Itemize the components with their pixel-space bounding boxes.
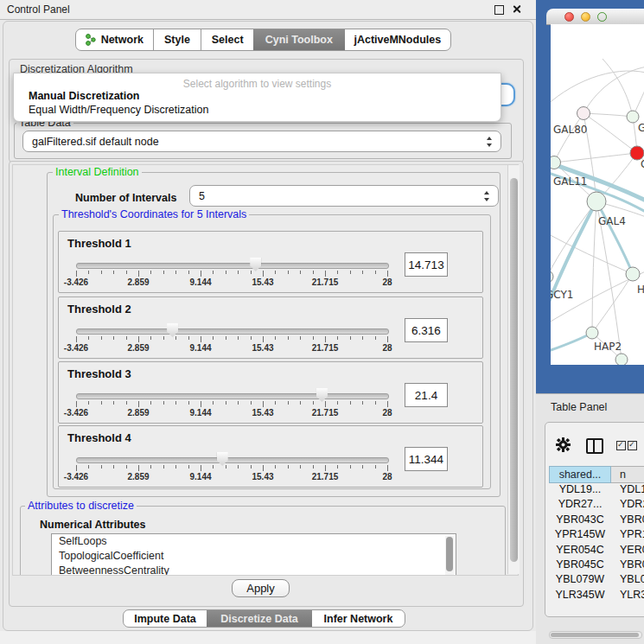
checkbox-icon[interactable]	[628, 441, 637, 450]
tick-label: 9.144	[189, 472, 211, 481]
float-icon[interactable]	[494, 5, 504, 15]
cell-shared-name[interactable]: YPR145W	[549, 528, 611, 543]
cell-shared-name[interactable]: YDL19...	[549, 483, 611, 498]
tick-mark	[188, 271, 189, 274]
cell-shared-name[interactable]: YBL079W	[549, 573, 611, 588]
cell-shared-name[interactable]: YDR27...	[549, 498, 611, 513]
apply-button[interactable]: Apply	[232, 579, 290, 597]
cell-name[interactable]: YIL0	[611, 603, 644, 604]
attributes-list-scrollbar[interactable]	[445, 536, 454, 576]
cell-shared-name[interactable]: YLR345W	[549, 589, 611, 603]
tick-label: 28	[382, 472, 392, 481]
cell-name[interactable]: YDR2	[611, 498, 644, 513]
scrollbar-thumb[interactable]	[446, 537, 453, 571]
network-node[interactable]	[551, 156, 561, 169]
tab-impute-data[interactable]: Impute Data	[124, 610, 207, 627]
tick-mark	[275, 271, 276, 274]
threshold-value-field[interactable]: 21.4	[405, 383, 448, 407]
table-row[interactable]: YER054CYER0	[549, 544, 644, 558]
tab-jactivemnodules[interactable]: jActiveMNodules	[345, 29, 450, 50]
cell-shared-name[interactable]: YIL052C	[549, 603, 611, 604]
table-row[interactable]: YDL19...YDL1	[549, 483, 644, 498]
settings-scrollbar[interactable]	[507, 165, 520, 574]
cell-name[interactable]: YDL1	[611, 483, 644, 498]
popup-option-manual-discretization[interactable]: Manual Discretization	[16, 90, 512, 102]
table-hscrollbar[interactable]	[549, 631, 642, 639]
scrollbar-thumb[interactable]	[551, 633, 639, 637]
threshold-slider-track[interactable]	[76, 457, 389, 463]
tick-label: 21.715	[312, 343, 339, 353]
column-header-name[interactable]: n	[611, 466, 644, 483]
checkbox-icon[interactable]	[616, 441, 626, 450]
list-item[interactable]: BetweennessCentrality	[52, 564, 456, 576]
threshold-value-field[interactable]: 11.344	[405, 447, 448, 471]
threshold-slider-track[interactable]	[76, 393, 389, 399]
cell-name[interactable]: YPR1	[611, 528, 644, 543]
list-item[interactable]: SelfLoops	[52, 534, 456, 549]
network-node[interactable]	[587, 192, 606, 211]
table-row[interactable]: YIL052CYIL0	[549, 603, 644, 604]
tab-network[interactable]: Network	[76, 29, 153, 50]
cell-name[interactable]: YBR0	[611, 558, 644, 573]
network-edge[interactable]	[596, 201, 633, 274]
cell-shared-name[interactable]: YBR043C	[549, 513, 611, 528]
network-node[interactable]	[586, 327, 598, 339]
network-node[interactable]	[627, 111, 639, 123]
gear-icon[interactable]	[556, 437, 571, 456]
network-node[interactable]	[577, 107, 590, 120]
cell-shared-name[interactable]: YBR045C	[549, 558, 611, 573]
network-edge[interactable]	[551, 333, 592, 353]
table-data-combobox[interactable]: galFiltered.sif default node	[22, 131, 501, 152]
threshold-slider-track[interactable]	[76, 263, 389, 269]
threshold-value-field[interactable]: 14.713	[405, 252, 448, 277]
network-edge[interactable]	[551, 71, 644, 106]
scrollbar-thumb[interactable]	[510, 178, 518, 562]
table-row[interactable]: YLR345WYLR3	[549, 589, 644, 603]
traffic-close-icon[interactable]	[564, 12, 574, 22]
network-node[interactable]	[551, 271, 553, 283]
traffic-minimize-icon[interactable]	[581, 12, 590, 22]
cell-name[interactable]: YBR0	[611, 513, 644, 528]
close-icon[interactable]	[512, 4, 521, 14]
column-header-shared-name[interactable]: shared...	[549, 466, 611, 483]
network-node[interactable]	[626, 267, 640, 281]
cell-name[interactable]: YLR3	[611, 589, 644, 603]
network-edge[interactable]	[554, 153, 637, 163]
network-edge[interactable]	[603, 59, 633, 117]
network-edge[interactable]	[633, 72, 644, 117]
cell-name[interactable]: YBL0	[611, 573, 644, 588]
tab-cyni-toolbox[interactable]: Cyni Toolbox	[253, 29, 345, 50]
cell-shared-name[interactable]: YER054C	[549, 544, 611, 558]
network-edge[interactable]	[554, 113, 583, 163]
threshold-slider-track[interactable]	[76, 328, 389, 335]
split-columns-icon[interactable]	[586, 438, 603, 454]
tab-style[interactable]: Style	[153, 29, 201, 50]
network-edge[interactable]	[592, 274, 633, 333]
threshold-slider-thumb[interactable]	[167, 323, 178, 337]
tab-discretize-data[interactable]: Discretize Data	[207, 610, 312, 627]
table-row[interactable]: YBR043CYBR0	[549, 513, 644, 528]
network-node[interactable]	[615, 354, 628, 365]
threshold-value-field[interactable]: 6.316	[405, 318, 448, 342]
network-edge[interactable]	[592, 201, 596, 333]
tick-mark	[288, 336, 289, 340]
threshold-slider-thumb[interactable]	[250, 258, 261, 271]
number-of-intervals-combobox[interactable]: 5	[189, 185, 499, 207]
threshold-slider-thumb[interactable]	[316, 388, 328, 402]
traffic-zoom-icon[interactable]	[597, 12, 607, 22]
slider-ticks	[76, 465, 387, 472]
table-row[interactable]: YDR27...YDR2	[549, 498, 644, 513]
popup-option-equal-width-frequency[interactable]: Equal Width/Frequency Discretization	[16, 104, 512, 116]
threshold-slider-thumb[interactable]	[217, 452, 228, 466]
cell-name[interactable]: YER0	[611, 544, 644, 558]
network-canvas[interactable]: GAL80GACGAL11GAL4GCY1HHAP2	[551, 24, 644, 365]
network-window-titlebar[interactable]	[546, 9, 644, 25]
list-item[interactable]: TopologicalCoefficient	[52, 549, 456, 564]
network-edge[interactable]	[583, 113, 633, 117]
table-row[interactable]: YBR045CYBR0	[549, 558, 644, 573]
table-row[interactable]: YBL079WYBL0	[549, 573, 644, 588]
tab-select[interactable]: Select	[201, 29, 253, 50]
tick-label: 28	[382, 277, 392, 287]
table-row[interactable]: YPR145WYPR1	[549, 528, 644, 543]
tab-infer-network[interactable]: Infer Network	[312, 610, 405, 627]
